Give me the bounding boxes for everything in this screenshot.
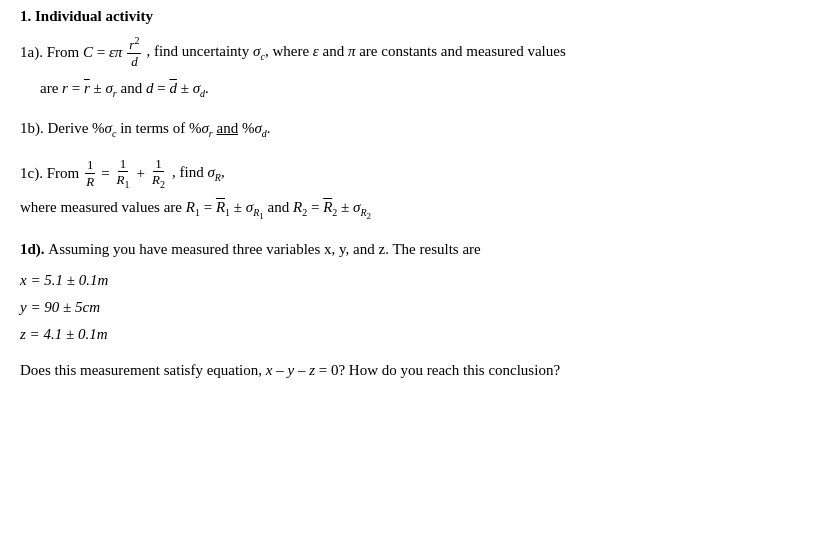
measurements-block: x = 5.1 ± 0.1m y = 90 ± 5cm z = 4.1 ± 0.… (20, 267, 815, 348)
1c-plus: + (137, 161, 145, 185)
label-1a: 1a). From C = επ (20, 40, 122, 64)
problem-1d-block: 1d). Assuming you have measured three va… (20, 237, 815, 348)
final-question: Does this measurement satisfy equation, … (20, 358, 815, 382)
fraction-r2-d: r2 d (127, 35, 141, 70)
title-text: 1. Individual activity (20, 8, 153, 24)
problem-1a-line2: are r = r ± σr and d = d ± σd. (40, 76, 815, 102)
label-1b: 1b). Derive %σc in terms of %σr and %σd. (20, 120, 271, 136)
final-question-text: Does this measurement satisfy equation, … (20, 362, 560, 378)
problem-1a-block: 1a). From C = επ r2 d , find uncertainty… (20, 35, 815, 102)
problem-1b-block: 1b). Derive %σc in terms of %σr and %σd. (20, 116, 815, 142)
1c-text2: , find σR, (172, 160, 225, 186)
1c-equals: = (101, 161, 109, 185)
problem-1d-line1: 1d). Assuming you have measured three va… (20, 237, 815, 261)
1a-text2: , find uncertainty σc, where ε and π are… (146, 39, 565, 65)
fraction-1-R1: 1 R1 (115, 156, 132, 191)
problem-1c-line1: 1c). From 1 R = 1 R1 + 1 R2 , find σR, (20, 156, 815, 191)
problem-1a-line1: 1a). From C = επ r2 d , find uncertainty… (20, 35, 815, 70)
fraction-1-R2: 1 R2 (150, 156, 167, 191)
1a-line2-text: are r = r ± σr and d = d ± σd. (40, 80, 209, 96)
fraction-1-R: 1 R (84, 157, 96, 189)
problem-1b-line: 1b). Derive %σc in terms of %σr and %σd. (20, 116, 815, 142)
problem-1c-line2: where measured values are R1 = R1 ± σR1 … (20, 195, 815, 223)
1c-line2-text: where measured values are R1 = R1 ± σR1 … (20, 199, 371, 215)
measurement-y: y = 90 ± 5cm (20, 294, 815, 321)
section-title: 1. Individual activity (20, 8, 815, 25)
1d-text: Assuming you have measured three variabl… (48, 241, 480, 257)
measurement-x: x = 5.1 ± 0.1m (20, 267, 815, 294)
measurement-z: z = 4.1 ± 0.1m (20, 321, 815, 348)
label-1d: 1d). (20, 241, 48, 257)
problem-1c-block: 1c). From 1 R = 1 R1 + 1 R2 , find σR, w… (20, 156, 815, 224)
label-1c: 1c). From (20, 161, 79, 185)
